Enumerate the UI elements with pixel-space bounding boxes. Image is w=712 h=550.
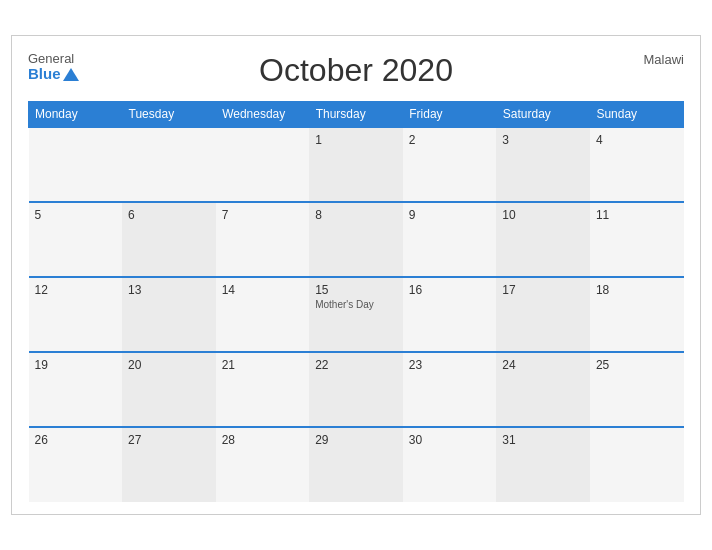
day-cell: 1 (309, 127, 403, 202)
day-number: 19 (35, 358, 117, 372)
day-number: 7 (222, 208, 304, 222)
day-cell: 15Mother's Day (309, 277, 403, 352)
day-cell: 8 (309, 202, 403, 277)
day-cell (122, 127, 216, 202)
day-number: 30 (409, 433, 491, 447)
calendar-grid: MondayTuesdayWednesdayThursdayFridaySatu… (28, 101, 684, 502)
day-number: 20 (128, 358, 210, 372)
day-cell: 26 (29, 427, 123, 502)
day-number: 29 (315, 433, 397, 447)
day-number: 5 (35, 208, 117, 222)
calendar-container: General Blue October 2020 Malawi MondayT… (11, 35, 701, 515)
day-cell (216, 127, 310, 202)
day-number: 13 (128, 283, 210, 297)
day-cell: 28 (216, 427, 310, 502)
day-number: 27 (128, 433, 210, 447)
day-cell: 27 (122, 427, 216, 502)
day-cell: 29 (309, 427, 403, 502)
day-number: 26 (35, 433, 117, 447)
day-number: 8 (315, 208, 397, 222)
day-cell: 24 (496, 352, 590, 427)
day-number: 2 (409, 133, 491, 147)
day-event: Mother's Day (315, 299, 397, 310)
week-row-4: 262728293031 (29, 427, 684, 502)
day-cell: 16 (403, 277, 497, 352)
day-number: 12 (35, 283, 117, 297)
logo-triangle-icon (63, 68, 79, 81)
day-cell: 12 (29, 277, 123, 352)
day-number: 21 (222, 358, 304, 372)
day-cell: 17 (496, 277, 590, 352)
day-number: 11 (596, 208, 678, 222)
logo: General Blue (28, 52, 79, 83)
week-row-0: 1234 (29, 127, 684, 202)
week-row-2: 12131415Mother's Day161718 (29, 277, 684, 352)
day-number: 24 (502, 358, 584, 372)
logo-blue-text: Blue (28, 66, 79, 83)
day-cell: 10 (496, 202, 590, 277)
day-cell: 9 (403, 202, 497, 277)
day-number: 1 (315, 133, 397, 147)
day-cell: 6 (122, 202, 216, 277)
day-number: 18 (596, 283, 678, 297)
weekday-header-row: MondayTuesdayWednesdayThursdayFridaySatu… (29, 102, 684, 128)
day-number: 3 (502, 133, 584, 147)
day-cell: 23 (403, 352, 497, 427)
weekday-header-thursday: Thursday (309, 102, 403, 128)
day-number: 10 (502, 208, 584, 222)
calendar-header: General Blue October 2020 Malawi (28, 52, 684, 89)
day-number: 28 (222, 433, 304, 447)
day-cell: 25 (590, 352, 684, 427)
day-number: 23 (409, 358, 491, 372)
weekday-header-tuesday: Tuesday (122, 102, 216, 128)
calendar-title: October 2020 (259, 52, 453, 89)
day-cell (590, 427, 684, 502)
day-cell: 19 (29, 352, 123, 427)
day-number: 22 (315, 358, 397, 372)
day-number: 25 (596, 358, 678, 372)
day-cell: 21 (216, 352, 310, 427)
day-cell: 18 (590, 277, 684, 352)
day-cell: 5 (29, 202, 123, 277)
day-number: 6 (128, 208, 210, 222)
week-row-1: 567891011 (29, 202, 684, 277)
weekday-header-sunday: Sunday (590, 102, 684, 128)
weekday-header-saturday: Saturday (496, 102, 590, 128)
day-number: 9 (409, 208, 491, 222)
weekday-header-wednesday: Wednesday (216, 102, 310, 128)
weekday-header-monday: Monday (29, 102, 123, 128)
day-cell: 14 (216, 277, 310, 352)
logo-general-text: General (28, 52, 74, 66)
day-number: 17 (502, 283, 584, 297)
day-cell: 31 (496, 427, 590, 502)
day-number: 14 (222, 283, 304, 297)
day-cell: 4 (590, 127, 684, 202)
country-label: Malawi (644, 52, 684, 67)
day-number: 31 (502, 433, 584, 447)
day-cell (29, 127, 123, 202)
day-cell: 30 (403, 427, 497, 502)
day-cell: 22 (309, 352, 403, 427)
day-number: 16 (409, 283, 491, 297)
day-cell: 7 (216, 202, 310, 277)
day-number: 15 (315, 283, 397, 297)
day-cell: 13 (122, 277, 216, 352)
day-cell: 11 (590, 202, 684, 277)
weekday-header-friday: Friday (403, 102, 497, 128)
day-cell: 20 (122, 352, 216, 427)
week-row-3: 19202122232425 (29, 352, 684, 427)
day-cell: 3 (496, 127, 590, 202)
day-cell: 2 (403, 127, 497, 202)
day-number: 4 (596, 133, 678, 147)
